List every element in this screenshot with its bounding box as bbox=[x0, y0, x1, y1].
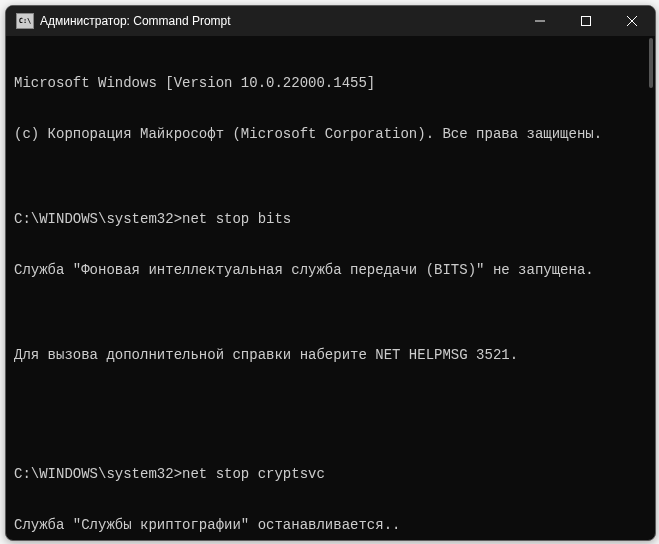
terminal-line: (c) Корпорация Майкрософт (Microsoft Cor… bbox=[14, 126, 647, 143]
terminal-content[interactable]: Microsoft Windows [Version 10.0.22000.14… bbox=[6, 37, 655, 541]
titlebar[interactable]: C:\ Администратор: Command Prompt bbox=[6, 6, 655, 37]
close-button[interactable] bbox=[609, 6, 655, 36]
window-controls bbox=[517, 6, 655, 36]
close-icon bbox=[627, 16, 637, 26]
terminal-line: C:\WINDOWS\system32>net stop bits bbox=[14, 211, 647, 228]
terminal-line: Для вызова дополнительной справки набери… bbox=[14, 347, 647, 364]
svg-rect-1 bbox=[582, 17, 591, 26]
maximize-icon bbox=[581, 16, 591, 26]
terminal-line: Служба "Службы криптографии" останавлива… bbox=[14, 517, 647, 534]
scrollbar-thumb[interactable] bbox=[649, 38, 653, 88]
maximize-button[interactable] bbox=[563, 6, 609, 36]
minimize-button[interactable] bbox=[517, 6, 563, 36]
terminal-line: Microsoft Windows [Version 10.0.22000.14… bbox=[14, 75, 647, 92]
minimize-icon bbox=[535, 16, 545, 26]
command-prompt-window: C:\ Администратор: Command Prompt Micros… bbox=[5, 5, 656, 541]
cmd-icon: C:\ bbox=[16, 13, 34, 29]
terminal-line: C:\WINDOWS\system32>net stop cryptsvc bbox=[14, 466, 647, 483]
window-title: Администратор: Command Prompt bbox=[40, 14, 517, 28]
terminal-line: Служба "Фоновая интеллектуальная служба … bbox=[14, 262, 647, 279]
